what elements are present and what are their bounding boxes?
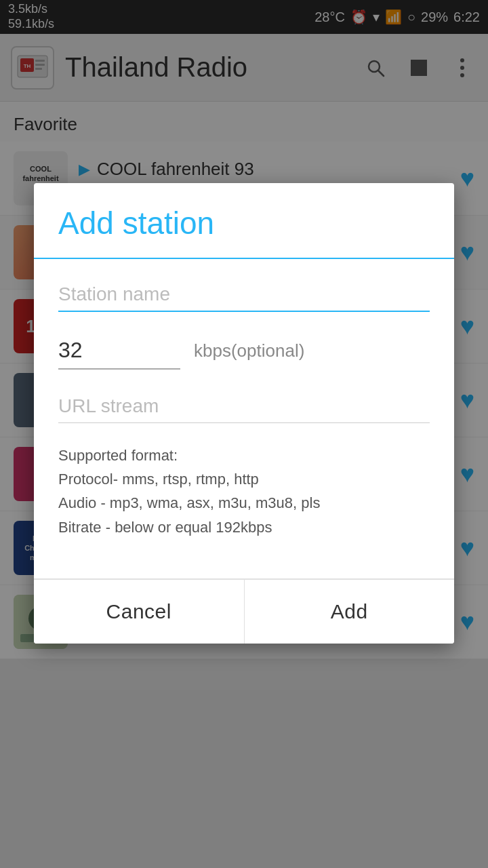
dialog-title: Add station (58, 205, 430, 241)
formats-line1: Supported format: (58, 447, 178, 464)
bitrate-input[interactable] (58, 332, 180, 370)
formats-line4: Bitrate - below or equal 192kbps (58, 519, 272, 536)
add-station-dialog: Add station kbps(optional) Supported for… (34, 183, 454, 644)
station-name-field-group (58, 278, 430, 312)
formats-line3: Audio - mp3, wma, asx, m3u, m3u8, pls (58, 494, 320, 511)
station-name-input[interactable] (58, 278, 430, 312)
formats-line2: Protocol- mms, rtsp, rtmp, http (58, 471, 259, 488)
cancel-button[interactable]: Cancel (34, 580, 245, 644)
url-field-group (58, 390, 430, 423)
add-button[interactable]: Add (245, 580, 455, 644)
supported-formats-text: Supported format: Protocol- mms, rtsp, r… (58, 443, 430, 539)
dialog-header: Add station (34, 183, 454, 259)
dialog-body: kbps(optional) Supported format: Protoco… (34, 259, 454, 558)
url-stream-input[interactable] (58, 390, 430, 423)
dialog-footer: Cancel Add (34, 579, 454, 644)
bitrate-label: kbps(optional) (194, 340, 304, 361)
bitrate-row: kbps(optional) (58, 332, 430, 370)
